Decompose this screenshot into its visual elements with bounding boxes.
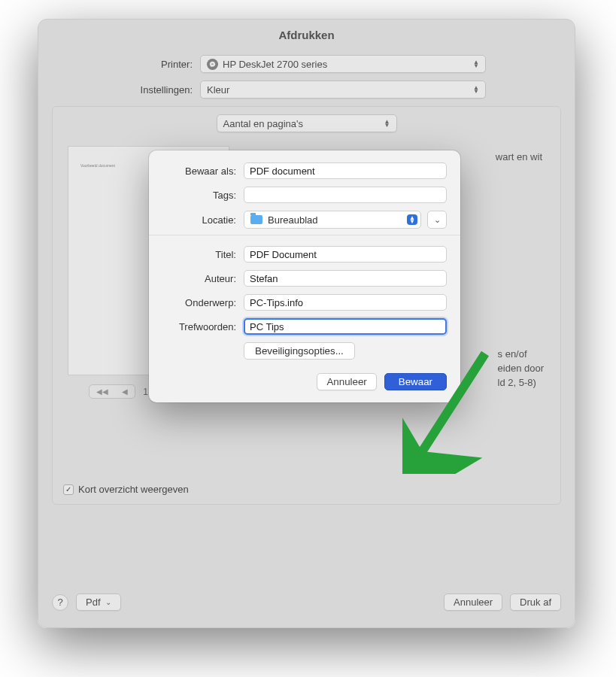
settings-value: Kleur bbox=[207, 84, 229, 96]
updown-icon: ▲▼ bbox=[472, 60, 481, 68]
title-input[interactable] bbox=[244, 246, 447, 263]
sheet-save-button[interactable]: Bewaar bbox=[384, 373, 447, 390]
title-label: Titel: bbox=[162, 249, 244, 260]
print-section-select[interactable]: Aantal en pagina's ▲▼ bbox=[217, 114, 397, 132]
author-input[interactable] bbox=[244, 270, 447, 287]
print-button[interactable]: Druk af bbox=[510, 594, 561, 611]
updown-icon: ▲▼ bbox=[407, 214, 417, 225]
updown-icon: ▲▼ bbox=[383, 120, 392, 127]
tags-input[interactable] bbox=[244, 187, 447, 203]
subject-input[interactable] bbox=[244, 294, 447, 311]
printer-status-icon bbox=[207, 59, 218, 70]
location-value: Bureaublad bbox=[268, 214, 407, 226]
updown-icon: ▲▼ bbox=[472, 86, 481, 93]
printer-select[interactable]: HP DeskJet 2700 series ▲▼ bbox=[200, 55, 486, 73]
keywords-input[interactable] bbox=[244, 318, 447, 335]
pdf-menu-button[interactable]: Pdf ⌄ bbox=[76, 594, 121, 611]
keywords-label: Trefwoorden: bbox=[162, 321, 244, 332]
save-pdf-sheet: Bewaar als: Tags: Locatie: Bureaublad ▲▼… bbox=[149, 150, 460, 402]
sheet-cancel-button[interactable]: Annuleer bbox=[317, 373, 376, 390]
print-section-value: Aantal en pagina's bbox=[223, 118, 304, 129]
window-title: Afdrukken bbox=[38, 20, 575, 49]
chevron-down-icon: ⌄ bbox=[434, 215, 441, 225]
expand-location-button[interactable]: ⌄ bbox=[427, 211, 447, 229]
author-label: Auteur: bbox=[162, 273, 244, 284]
prev-page-icon: ◀ bbox=[115, 385, 135, 398]
overview-checkbox-row[interactable]: ✓ Kort overzicht weergeven bbox=[63, 484, 189, 495]
location-select[interactable]: Bureaublad ▲▼ bbox=[244, 211, 421, 229]
save-as-input[interactable] bbox=[244, 162, 447, 179]
save-as-label: Bewaar als: bbox=[162, 165, 244, 177]
first-page-icon: ◀◀ bbox=[90, 385, 115, 398]
security-options-button[interactable]: Beveiligingsopties... bbox=[244, 342, 355, 360]
checkbox-checked-icon: ✓ bbox=[63, 484, 74, 495]
tags-label: Tags: bbox=[162, 190, 244, 201]
folder-icon bbox=[250, 215, 262, 224]
location-label: Locatie: bbox=[162, 214, 244, 226]
settings-label: Instellingen: bbox=[38, 84, 200, 96]
hint-range: s en/of eiden door ld 2, 5-8) bbox=[498, 348, 544, 390]
subject-label: Onderwerp: bbox=[162, 297, 244, 308]
help-button[interactable]: ? bbox=[52, 594, 68, 611]
settings-select[interactable]: Kleur ▲▼ bbox=[200, 80, 486, 99]
chevron-down-icon: ⌄ bbox=[105, 598, 111, 606]
printer-label: Printer: bbox=[38, 59, 200, 70]
overview-checkbox-label: Kort overzicht weergeven bbox=[78, 484, 189, 495]
preview-prev-group[interactable]: ◀◀ ◀ bbox=[89, 384, 135, 399]
printer-value: HP DeskJet 2700 series bbox=[223, 59, 327, 70]
cancel-button[interactable]: Annuleer bbox=[444, 594, 502, 611]
hint-bw: wart en wit bbox=[496, 150, 542, 165]
